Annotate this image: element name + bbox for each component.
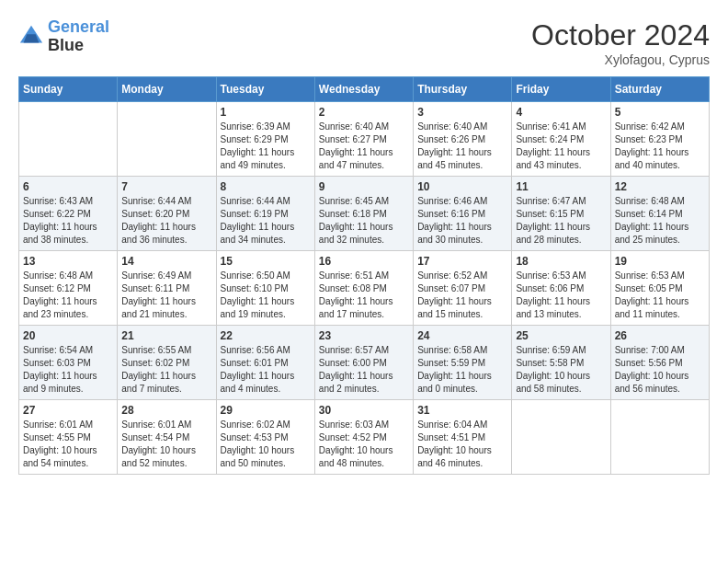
day-number: 12 bbox=[615, 180, 705, 193]
logo-icon bbox=[18, 24, 44, 50]
calendar-week-row: 20 Sunrise: 6:54 AMSunset: 6:03 PMDaylig… bbox=[19, 326, 710, 400]
calendar-cell: 30 Sunrise: 6:03 AMSunset: 4:52 PMDaylig… bbox=[314, 400, 413, 475]
calendar-cell: 22 Sunrise: 6:56 AMSunset: 6:01 PMDaylig… bbox=[216, 326, 314, 400]
cell-info: Sunrise: 6:47 AMSunset: 6:15 PMDaylight:… bbox=[516, 195, 606, 247]
day-number: 4 bbox=[516, 106, 606, 119]
calendar-cell: 6 Sunrise: 6:43 AMSunset: 6:22 PMDayligh… bbox=[19, 177, 118, 251]
calendar-week-row: 13 Sunrise: 6:48 AMSunset: 6:12 PMDaylig… bbox=[19, 251, 710, 326]
cell-info: Sunrise: 6:44 AMSunset: 6:20 PMDaylight:… bbox=[121, 195, 211, 247]
cell-info: Sunrise: 6:50 AMSunset: 6:10 PMDaylight:… bbox=[221, 270, 311, 321]
weekday-header: Friday bbox=[512, 77, 610, 102]
cell-info: Sunrise: 6:54 AMSunset: 6:03 PMDaylight:… bbox=[23, 344, 113, 396]
cell-info: Sunrise: 6:40 AMSunset: 6:27 PMDaylight:… bbox=[319, 121, 409, 172]
day-number: 21 bbox=[121, 329, 211, 342]
calendar-cell: 3 Sunrise: 6:40 AMSunset: 6:26 PMDayligh… bbox=[414, 102, 512, 177]
calendar-cell: 26 Sunrise: 7:00 AMSunset: 5:56 PMDaylig… bbox=[610, 326, 709, 400]
day-number: 20 bbox=[23, 329, 113, 342]
weekday-header: Thursday bbox=[414, 77, 512, 102]
logo: General Blue bbox=[18, 18, 109, 55]
calendar-cell: 7 Sunrise: 6:44 AMSunset: 6:20 PMDayligh… bbox=[118, 177, 216, 251]
calendar-cell: 25 Sunrise: 6:59 AMSunset: 5:58 PMDaylig… bbox=[512, 326, 610, 400]
calendar-cell: 1 Sunrise: 6:39 AMSunset: 6:29 PMDayligh… bbox=[216, 102, 314, 177]
cell-info: Sunrise: 6:04 AMSunset: 4:51 PMDaylight:… bbox=[417, 419, 507, 470]
calendar-cell: 20 Sunrise: 6:54 AMSunset: 6:03 PMDaylig… bbox=[19, 326, 118, 400]
weekday-header: Wednesday bbox=[314, 77, 413, 102]
calendar-cell bbox=[19, 102, 118, 177]
calendar-cell: 24 Sunrise: 6:58 AMSunset: 5:59 PMDaylig… bbox=[414, 326, 512, 400]
cell-info: Sunrise: 6:01 AMSunset: 4:55 PMDaylight:… bbox=[23, 419, 113, 470]
day-number: 11 bbox=[516, 180, 606, 193]
cell-info: Sunrise: 6:40 AMSunset: 6:26 PMDaylight:… bbox=[417, 121, 507, 172]
day-number: 2 bbox=[319, 106, 409, 119]
day-number: 1 bbox=[221, 106, 311, 119]
cell-info: Sunrise: 6:48 AMSunset: 6:14 PMDaylight:… bbox=[615, 195, 705, 247]
calendar-cell: 10 Sunrise: 6:46 AMSunset: 6:16 PMDaylig… bbox=[414, 177, 512, 251]
weekday-header: Sunday bbox=[19, 77, 118, 102]
day-number: 29 bbox=[221, 404, 311, 417]
calendar-cell: 11 Sunrise: 6:47 AMSunset: 6:15 PMDaylig… bbox=[512, 177, 610, 251]
calendar-cell: 28 Sunrise: 6:01 AMSunset: 4:54 PMDaylig… bbox=[118, 400, 216, 475]
month-title: October 2024 bbox=[531, 18, 710, 52]
cell-info: Sunrise: 6:48 AMSunset: 6:12 PMDaylight:… bbox=[23, 270, 113, 321]
cell-info: Sunrise: 6:52 AMSunset: 6:07 PMDaylight:… bbox=[417, 270, 507, 321]
calendar-cell: 27 Sunrise: 6:01 AMSunset: 4:55 PMDaylig… bbox=[19, 400, 118, 475]
calendar-cell: 15 Sunrise: 6:50 AMSunset: 6:10 PMDaylig… bbox=[216, 251, 314, 326]
day-number: 14 bbox=[121, 255, 211, 268]
day-number: 6 bbox=[23, 180, 113, 193]
page-header: General Blue October 2024 Xylofagou, Cyp… bbox=[18, 18, 710, 67]
cell-info: Sunrise: 6:53 AMSunset: 6:05 PMDaylight:… bbox=[615, 270, 705, 321]
cell-info: Sunrise: 6:39 AMSunset: 6:29 PMDaylight:… bbox=[221, 121, 311, 172]
cell-info: Sunrise: 6:56 AMSunset: 6:01 PMDaylight:… bbox=[221, 344, 311, 396]
day-number: 28 bbox=[121, 404, 211, 417]
cell-info: Sunrise: 6:03 AMSunset: 4:52 PMDaylight:… bbox=[319, 419, 409, 470]
cell-info: Sunrise: 6:55 AMSunset: 6:02 PMDaylight:… bbox=[121, 344, 211, 396]
day-number: 7 bbox=[121, 180, 211, 193]
calendar-cell: 4 Sunrise: 6:41 AMSunset: 6:24 PMDayligh… bbox=[512, 102, 610, 177]
cell-info: Sunrise: 6:41 AMSunset: 6:24 PMDaylight:… bbox=[516, 121, 606, 172]
day-number: 13 bbox=[23, 255, 113, 268]
cell-info: Sunrise: 6:57 AMSunset: 6:00 PMDaylight:… bbox=[319, 344, 409, 396]
calendar-cell: 14 Sunrise: 6:49 AMSunset: 6:11 PMDaylig… bbox=[118, 251, 216, 326]
cell-info: Sunrise: 6:49 AMSunset: 6:11 PMDaylight:… bbox=[121, 270, 211, 321]
weekday-header: Monday bbox=[118, 77, 216, 102]
calendar-cell: 31 Sunrise: 6:04 AMSunset: 4:51 PMDaylig… bbox=[414, 400, 512, 475]
location-subtitle: Xylofagou, Cyprus bbox=[531, 52, 710, 67]
calendar-cell: 2 Sunrise: 6:40 AMSunset: 6:27 PMDayligh… bbox=[314, 102, 413, 177]
calendar-cell: 21 Sunrise: 6:55 AMSunset: 6:02 PMDaylig… bbox=[118, 326, 216, 400]
calendar-cell: 8 Sunrise: 6:44 AMSunset: 6:19 PMDayligh… bbox=[216, 177, 314, 251]
calendar-cell: 12 Sunrise: 6:48 AMSunset: 6:14 PMDaylig… bbox=[610, 177, 709, 251]
calendar-week-row: 1 Sunrise: 6:39 AMSunset: 6:29 PMDayligh… bbox=[19, 102, 710, 177]
weekday-header-row: SundayMondayTuesdayWednesdayThursdayFrid… bbox=[19, 77, 710, 102]
calendar-cell bbox=[512, 400, 610, 475]
day-number: 19 bbox=[615, 255, 705, 268]
cell-info: Sunrise: 6:53 AMSunset: 6:06 PMDaylight:… bbox=[516, 270, 606, 321]
calendar-table: SundayMondayTuesdayWednesdayThursdayFrid… bbox=[18, 76, 710, 475]
day-number: 16 bbox=[319, 255, 409, 268]
calendar-cell: 19 Sunrise: 6:53 AMSunset: 6:05 PMDaylig… bbox=[610, 251, 709, 326]
day-number: 30 bbox=[319, 404, 409, 417]
cell-info: Sunrise: 6:44 AMSunset: 6:19 PMDaylight:… bbox=[221, 195, 311, 247]
cell-info: Sunrise: 6:43 AMSunset: 6:22 PMDaylight:… bbox=[23, 195, 113, 247]
weekday-header: Saturday bbox=[610, 77, 709, 102]
calendar-cell bbox=[610, 400, 709, 475]
title-block: October 2024 Xylofagou, Cyprus bbox=[531, 18, 710, 67]
cell-info: Sunrise: 6:42 AMSunset: 6:23 PMDaylight:… bbox=[615, 121, 705, 172]
calendar-cell: 29 Sunrise: 6:02 AMSunset: 4:53 PMDaylig… bbox=[216, 400, 314, 475]
calendar-week-row: 27 Sunrise: 6:01 AMSunset: 4:55 PMDaylig… bbox=[19, 400, 710, 475]
day-number: 22 bbox=[221, 329, 311, 342]
calendar-cell: 13 Sunrise: 6:48 AMSunset: 6:12 PMDaylig… bbox=[19, 251, 118, 326]
day-number: 25 bbox=[516, 329, 606, 342]
calendar-cell: 23 Sunrise: 6:57 AMSunset: 6:00 PMDaylig… bbox=[314, 326, 413, 400]
day-number: 3 bbox=[417, 106, 507, 119]
day-number: 5 bbox=[615, 106, 705, 119]
cell-info: Sunrise: 7:00 AMSunset: 5:56 PMDaylight:… bbox=[615, 344, 705, 396]
day-number: 31 bbox=[417, 404, 507, 417]
cell-info: Sunrise: 6:45 AMSunset: 6:18 PMDaylight:… bbox=[319, 195, 409, 247]
calendar-cell: 5 Sunrise: 6:42 AMSunset: 6:23 PMDayligh… bbox=[610, 102, 709, 177]
day-number: 9 bbox=[319, 180, 409, 193]
calendar-cell: 17 Sunrise: 6:52 AMSunset: 6:07 PMDaylig… bbox=[414, 251, 512, 326]
calendar-cell: 18 Sunrise: 6:53 AMSunset: 6:06 PMDaylig… bbox=[512, 251, 610, 326]
day-number: 23 bbox=[319, 329, 409, 342]
day-number: 17 bbox=[417, 255, 507, 268]
cell-info: Sunrise: 6:59 AMSunset: 5:58 PMDaylight:… bbox=[516, 344, 606, 396]
